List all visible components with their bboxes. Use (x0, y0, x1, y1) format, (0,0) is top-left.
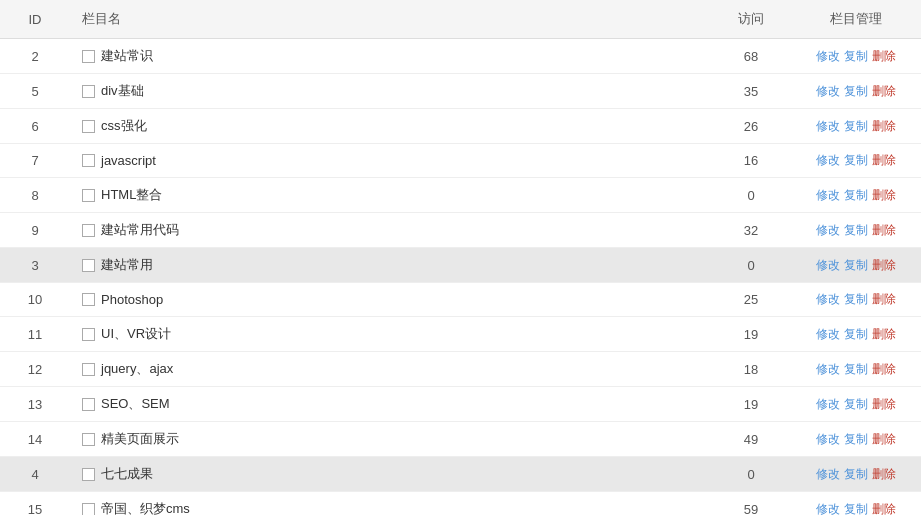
row-checkbox[interactable] (82, 85, 95, 98)
table-row: 13SEO、SEM19修改复制删除 (0, 387, 921, 422)
cell-manage: 修改复制删除 (791, 457, 921, 492)
cell-id: 5 (0, 74, 70, 109)
row-checkbox[interactable] (82, 433, 95, 446)
cell-manage: 修改复制删除 (791, 422, 921, 457)
copy-link[interactable]: 复制 (844, 83, 868, 100)
edit-link[interactable]: 修改 (816, 48, 840, 65)
row-checkbox[interactable] (82, 189, 95, 202)
cell-id: 15 (0, 492, 70, 516)
category-name: 建站常识 (101, 47, 153, 65)
cell-manage: 修改复制删除 (791, 213, 921, 248)
cell-name: UI、VR设计 (70, 317, 711, 352)
cell-visit: 16 (711, 144, 791, 178)
edit-link[interactable]: 修改 (816, 83, 840, 100)
category-name: 精美页面展示 (101, 430, 179, 448)
table-row: 9建站常用代码32修改复制删除 (0, 213, 921, 248)
copy-link[interactable]: 复制 (844, 187, 868, 204)
delete-link[interactable]: 删除 (872, 501, 896, 516)
cell-name: 建站常识 (70, 39, 711, 74)
cell-visit: 18 (711, 352, 791, 387)
row-checkbox[interactable] (82, 50, 95, 63)
cell-manage: 修改复制删除 (791, 74, 921, 109)
delete-link[interactable]: 删除 (872, 48, 896, 65)
copy-link[interactable]: 复制 (844, 326, 868, 343)
table-header: ID 栏目名 访问 栏目管理 (0, 0, 921, 39)
delete-link[interactable]: 删除 (872, 291, 896, 308)
copy-link[interactable]: 复制 (844, 361, 868, 378)
row-checkbox[interactable] (82, 363, 95, 376)
row-checkbox[interactable] (82, 398, 95, 411)
cell-visit: 0 (711, 178, 791, 213)
copy-link[interactable]: 复制 (844, 48, 868, 65)
table-row: 8HTML整合0修改复制删除 (0, 178, 921, 213)
cell-id: 7 (0, 144, 70, 178)
cell-name: Photoshop (70, 283, 711, 317)
delete-link[interactable]: 删除 (872, 152, 896, 169)
edit-link[interactable]: 修改 (816, 291, 840, 308)
row-checkbox[interactable] (82, 259, 95, 272)
cell-name: jquery、ajax (70, 352, 711, 387)
table-row: 7javascript16修改复制删除 (0, 144, 921, 178)
table-row: 5div基础35修改复制删除 (0, 74, 921, 109)
edit-link[interactable]: 修改 (816, 326, 840, 343)
category-table: ID 栏目名 访问 栏目管理 2建站常识68修改复制删除5div基础35修改复制… (0, 0, 921, 515)
cell-manage: 修改复制删除 (791, 248, 921, 283)
cell-manage: 修改复制删除 (791, 317, 921, 352)
cell-name: SEO、SEM (70, 387, 711, 422)
delete-link[interactable]: 删除 (872, 396, 896, 413)
category-name: jquery、ajax (101, 360, 173, 378)
delete-link[interactable]: 删除 (872, 466, 896, 483)
cell-visit: 35 (711, 74, 791, 109)
cell-manage: 修改复制删除 (791, 144, 921, 178)
cell-name: css强化 (70, 109, 711, 144)
copy-link[interactable]: 复制 (844, 291, 868, 308)
copy-link[interactable]: 复制 (844, 431, 868, 448)
cell-visit: 0 (711, 248, 791, 283)
table-row: 11UI、VR设计19修改复制删除 (0, 317, 921, 352)
edit-link[interactable]: 修改 (816, 118, 840, 135)
cell-manage: 修改复制删除 (791, 492, 921, 516)
cell-manage: 修改复制删除 (791, 387, 921, 422)
copy-link[interactable]: 复制 (844, 222, 868, 239)
cell-manage: 修改复制删除 (791, 39, 921, 74)
cell-visit: 0 (711, 457, 791, 492)
edit-link[interactable]: 修改 (816, 152, 840, 169)
delete-link[interactable]: 删除 (872, 326, 896, 343)
edit-link[interactable]: 修改 (816, 361, 840, 378)
edit-link[interactable]: 修改 (816, 257, 840, 274)
row-checkbox[interactable] (82, 328, 95, 341)
row-checkbox[interactable] (82, 224, 95, 237)
delete-link[interactable]: 删除 (872, 187, 896, 204)
row-checkbox[interactable] (82, 468, 95, 481)
delete-link[interactable]: 删除 (872, 83, 896, 100)
delete-link[interactable]: 删除 (872, 222, 896, 239)
cell-manage: 修改复制删除 (791, 283, 921, 317)
edit-link[interactable]: 修改 (816, 466, 840, 483)
category-name: 帝国、织梦cms (101, 500, 190, 515)
edit-link[interactable]: 修改 (816, 396, 840, 413)
copy-link[interactable]: 复制 (844, 257, 868, 274)
row-checkbox[interactable] (82, 154, 95, 167)
cell-id: 4 (0, 457, 70, 492)
copy-link[interactable]: 复制 (844, 466, 868, 483)
delete-link[interactable]: 删除 (872, 361, 896, 378)
edit-link[interactable]: 修改 (816, 431, 840, 448)
copy-link[interactable]: 复制 (844, 396, 868, 413)
category-name: Photoshop (101, 292, 163, 307)
row-checkbox[interactable] (82, 503, 95, 516)
copy-link[interactable]: 复制 (844, 118, 868, 135)
delete-link[interactable]: 删除 (872, 431, 896, 448)
table-row: 10Photoshop25修改复制删除 (0, 283, 921, 317)
edit-link[interactable]: 修改 (816, 501, 840, 516)
edit-link[interactable]: 修改 (816, 222, 840, 239)
delete-link[interactable]: 删除 (872, 257, 896, 274)
header-visit: 访问 (711, 0, 791, 39)
delete-link[interactable]: 删除 (872, 118, 896, 135)
table-row: 12jquery、ajax18修改复制删除 (0, 352, 921, 387)
edit-link[interactable]: 修改 (816, 187, 840, 204)
row-checkbox[interactable] (82, 293, 95, 306)
copy-link[interactable]: 复制 (844, 501, 868, 516)
row-checkbox[interactable] (82, 120, 95, 133)
copy-link[interactable]: 复制 (844, 152, 868, 169)
cell-id: 9 (0, 213, 70, 248)
